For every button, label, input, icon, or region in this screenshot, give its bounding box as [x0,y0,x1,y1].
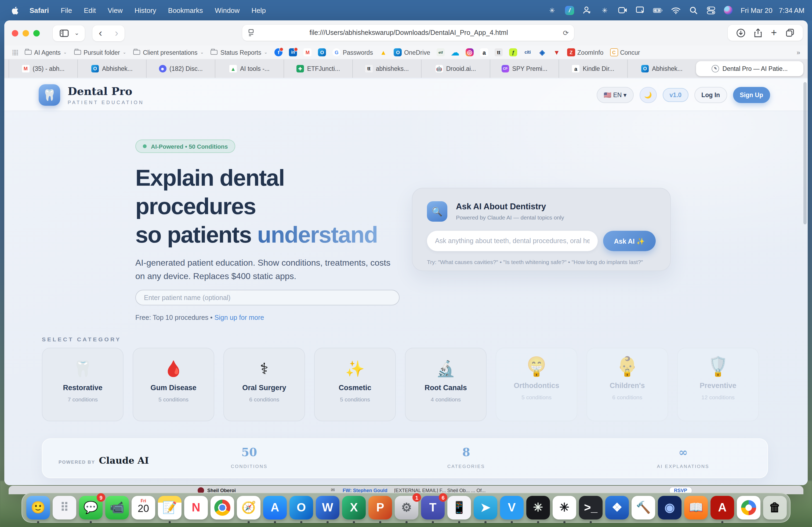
share-icon[interactable] [754,28,762,37]
category-card[interactable]: 👶 🔒 Children's 6 conditions [586,348,668,421]
menu-safari[interactable]: Safari [24,6,55,14]
zoom-button[interactable] [33,30,40,36]
dock-app-icon[interactable]: 🙂 [26,496,50,523]
minimize-button[interactable] [23,30,29,36]
menu-history[interactable]: History [129,6,162,14]
dock-app-icon[interactable]: ✳ [553,496,576,523]
battery-icon[interactable] [653,5,663,15]
favorite-site[interactable]: G Passwords [332,48,373,56]
signup-button[interactable]: Sign Up [733,87,770,103]
dock-app-icon[interactable]: 📱 [447,496,471,523]
category-card[interactable]: 🦷 🔒 Restorative 7 conditions [42,348,124,421]
favorites-folder[interactable]: Pursuit folder ⌄ [74,49,126,56]
camera-icon[interactable] [618,5,627,15]
menu-edit[interactable]: Edit [78,6,102,14]
dock-app-icon[interactable]: O [289,496,313,523]
tab-overview-icon[interactable] [786,28,794,37]
menu-help[interactable]: Help [245,6,272,14]
menu-bar-clock[interactable]: Fri Mar 207:34 AM [741,6,804,14]
dock-app-icon[interactable]: ⠿ [53,496,76,523]
dock-app-icon[interactable]: ◉ [658,496,682,523]
dock-app-icon[interactable]: 🔨 [632,496,655,523]
browser-tab[interactable]: tt abhisheks... [352,60,421,78]
dock-app-icon[interactable]: 📹 [105,496,129,523]
chevron-down-icon[interactable]: ⌄ [72,25,82,41]
browser-tab[interactable]: ✚ ETFJuncti... [284,60,352,78]
page-scrollbar[interactable] [803,82,807,224]
browser-tab[interactable]: ▲ AI tools -... [215,60,284,78]
dock-app-icon[interactable] [737,496,760,523]
browser-tab[interactable]: CP SPY Premi... [490,60,559,78]
dock-app-icon[interactable]: X [342,496,366,523]
frequently-visited-icon[interactable]: ⣿⣿ [12,49,17,55]
language-selector[interactable]: 🇺🇸 EN ▾ [597,87,634,103]
favorites-folder[interactable]: AI Agents ⌄ [25,49,67,56]
reader-icon[interactable] [248,29,255,36]
login-button[interactable]: Log In [694,87,727,103]
browser-tab[interactable]: 🤖 Drooid.ai... [421,60,490,78]
favorites-folder[interactable]: Status Reports ⌄ [211,49,268,56]
control-center-icon[interactable] [706,5,716,15]
dock-app-icon[interactable]: N [184,496,208,523]
dock-app-icon[interactable]: P [368,496,392,523]
favorite-site[interactable]: ▼ [553,48,561,56]
favorites-overflow-icon[interactable]: » [797,48,800,56]
spotlight-icon[interactable] [688,5,698,15]
address-bar[interactable]: file:///Users/abhishekswarup/Downloads/D… [242,25,574,41]
dock-app-icon[interactable]: 📖 [684,496,708,523]
favorite-site[interactable]: M [303,48,311,56]
dock-app-icon[interactable] [211,496,234,523]
dock-app-icon[interactable]: ❖ [605,496,629,523]
category-card[interactable]: ✨ 🔒 Cosmetic 5 conditions [314,348,396,421]
category-card[interactable]: 🩸 🔒 Gum Disease 5 conditions [133,348,214,421]
browser-tab[interactable]: ☻ (182) Disc... [146,60,215,78]
sidebar-icon[interactable] [56,25,72,41]
browser-tab[interactable]: ✎ Dental Pro — AI Patie... [696,61,803,76]
favorite-site[interactable]: C Concur [610,48,640,56]
favorite-site[interactable]: ☁ [451,48,459,56]
favorite-site[interactable]: cíti [524,48,532,56]
favorites-folder[interactable]: Client presentations ⌄ [133,49,204,56]
dock-app-icon[interactable]: >_ [579,496,603,523]
user-switch-icon[interactable] [582,5,592,15]
favorite-site[interactable]: in [289,48,297,56]
dock-app-icon[interactable]: 🗑 [763,496,787,523]
dock-app-icon[interactable]: A [710,496,734,523]
category-card[interactable]: 😁 🔒 Orthodontics 5 conditions [496,348,577,421]
close-button[interactable] [12,30,18,36]
wifi-icon[interactable] [671,5,680,15]
menu-view[interactable]: View [102,6,129,14]
favorite-site[interactable]: f [274,48,282,56]
back-icon[interactable]: ‹ [92,25,108,41]
favorite-site[interactable]: tt [495,48,503,56]
ask-ai-input[interactable] [427,231,598,251]
dock-app-icon[interactable]: 🧭 [237,496,260,523]
patient-name-input[interactable] [135,290,400,305]
download-icon[interactable] [736,28,745,37]
favorite-site[interactable]: O [318,48,326,56]
browser-tab[interactable]: M (35) - abh... [9,60,77,78]
favorite-site[interactable]: etf [437,48,445,56]
dark-mode-toggle[interactable]: 🌙 [639,87,656,103]
browser-tab[interactable]: O Abhishek... [627,60,696,78]
dock-app-icon[interactable]: V [500,496,524,523]
menu-window[interactable]: Window [209,6,246,14]
category-card[interactable]: ⚕ 🔒 Oral Surgery 6 conditions [223,348,305,421]
new-tab-icon[interactable]: + [771,27,777,39]
category-card[interactable]: 🛡️ 🔒 Preventive 12 conditions [677,348,759,421]
favorite-site[interactable]: ◈ [538,48,546,56]
screen-mirroring-icon[interactable] [635,5,645,15]
favorite-site[interactable]: ◎ [466,48,474,56]
shortcuts-app-icon[interactable]: / [565,6,574,15]
dock-app-icon[interactable]: A [263,496,287,523]
ask-ai-button[interactable]: Ask AI ✨ [603,231,656,251]
menu-bookmarks[interactable]: Bookmarks [162,6,209,14]
dock-app-icon[interactable]: 📝 [158,496,182,523]
browser-tab[interactable]: a Kindle Dir... [559,60,627,78]
pinwheel-icon-2[interactable]: ✳ [600,5,610,15]
dock-app-icon[interactable]: Fri 20 [132,496,155,523]
forward-icon[interactable]: › [108,25,125,41]
apple-menu[interactable] [8,6,24,15]
favorite-site[interactable]: O OneDrive [394,48,430,56]
dock-app-icon[interactable]: ⚙ 1 [395,496,418,523]
